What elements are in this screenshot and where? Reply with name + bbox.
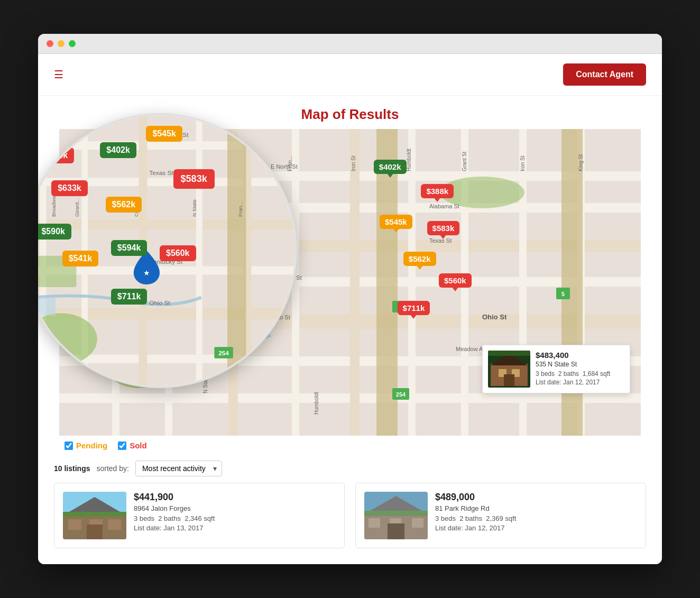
svg-rect-50 [38, 141, 295, 150]
traffic-light-green[interactable] [69, 40, 76, 47]
svg-rect-63 [38, 298, 56, 316]
pending-filter[interactable]: Pending [65, 441, 107, 450]
map-container: E North St Texas St Kentucky St Ohio St … [54, 129, 646, 436]
svg-text:5: 5 [561, 291, 565, 297]
svg-text:★: ★ [143, 269, 150, 277]
listing-popup-image [488, 351, 530, 388]
price-marker-560k-main[interactable]: $560k [439, 273, 472, 288]
listing-card-image-1 [63, 492, 126, 539]
svg-text:Ohio St: Ohio St [482, 313, 507, 321]
svg-rect-64 [227, 115, 246, 386]
listing-card-price-1: $441,900 [134, 492, 215, 503]
circle-marker-583k[interactable]: $583k [173, 169, 215, 189]
circle-marker-541k[interactable]: $541k [62, 251, 99, 266]
svg-rect-52 [38, 219, 295, 230]
svg-rect-12 [350, 129, 360, 436]
listing-card-image-2 [364, 492, 428, 539]
listing-card-details-2: 3 beds 2 baths 2,369 sqft [435, 514, 516, 522]
svg-text:Iron St: Iron St [520, 155, 526, 171]
svg-rect-99 [412, 518, 423, 528]
circle-marker-711k[interactable]: $711k [111, 289, 148, 305]
browser-window: ☰ Contact Agent Map of Results [38, 34, 662, 564]
listing-popup-details: 3 beds 2 baths 1,684 sqft [536, 370, 610, 378]
svg-rect-93 [63, 512, 126, 517]
map-section: Map of Results [54, 106, 646, 450]
sort-dropdown[interactable]: Most recent activity Price: Low to High … [135, 461, 222, 476]
svg-rect-100 [388, 523, 404, 539]
listing-card-address-1: 8964 Jalon Forges [134, 504, 215, 512]
listing-popup-info: $483,400 535 N State St 3 beds 2 baths 1… [536, 351, 610, 388]
pending-checkbox[interactable] [65, 441, 73, 450]
circle-marker-633k[interactable]: $633k [51, 180, 88, 196]
svg-rect-85 [488, 351, 530, 356]
listing-popup-price: $483,400 [536, 351, 610, 360]
svg-text:Alabama St: Alabama St [429, 203, 459, 209]
traffic-light-yellow[interactable] [58, 40, 65, 47]
svg-rect-59 [196, 115, 202, 386]
svg-text:W Holly St: W Holly St [45, 355, 72, 361]
listing-card-date-1: List date: Jan 13, 2017 [134, 524, 215, 532]
circle-marker-402k[interactable]: $402k [100, 142, 136, 158]
sort-dropdown-wrapper[interactable]: Most recent activity Price: Low to High … [135, 461, 222, 476]
listing-card-info-1: $441,900 8964 Jalon Forges 3 beds 2 bath… [134, 492, 215, 539]
svg-rect-13 [408, 129, 416, 436]
circle-marker-560k[interactable]: $560k [160, 245, 196, 261]
sold-filter[interactable]: Sold [118, 441, 147, 450]
listing-popup-address: 535 N State St [536, 361, 610, 368]
listing-card-date-2: List date: Jan 12, 2017 [435, 524, 516, 532]
svg-rect-92 [87, 525, 103, 539]
svg-text:Texas St: Texas St [149, 169, 173, 177]
navbar: ☰ Contact Agent [38, 54, 662, 96]
hamburger-menu-icon[interactable]: ☰ [54, 69, 63, 80]
main-content: Map of Results [38, 96, 662, 564]
circle-marker-590k[interactable]: $590k [38, 224, 71, 240]
svg-text:Ohio St: Ohio St [149, 299, 170, 307]
svg-text:N State: N State [191, 199, 197, 217]
svg-rect-89 [68, 519, 81, 530]
traffic-light-red[interactable] [47, 40, 53, 47]
listing-card-2[interactable]: $489,000 81 Park Ridge Rd 3 beds 2 baths… [355, 483, 646, 548]
price-marker-562k-main[interactable]: $562k [403, 252, 436, 266]
svg-rect-84 [504, 374, 514, 386]
price-marker-545k-main[interactable]: $545k [380, 215, 412, 229]
contact-agent-button[interactable]: Contact Agent [563, 63, 646, 86]
price-marker-583k-main[interactable]: $583k [427, 221, 460, 235]
svg-text:Iron St: Iron St [351, 155, 356, 171]
pending-label: Pending [76, 441, 107, 450]
circle-marker-562k[interactable]: $562k [106, 197, 142, 213]
svg-text:Humboldt: Humboldt [406, 149, 412, 171]
listing-popup-date: List date: Jan 12, 2017 [536, 379, 610, 386]
browser-chrome [38, 34, 662, 54]
circle-marker-545k[interactable]: $545k [146, 126, 182, 142]
listing-card-details-1: 3 beds 2 baths 2,346 sqft [134, 514, 215, 522]
svg-text:Girard...: Girard... [74, 198, 80, 217]
svg-rect-101 [364, 511, 428, 515]
circle-marker-594k[interactable]: $594k [111, 240, 148, 256]
browser-content: ☰ Contact Agent Map of Results [38, 54, 662, 564]
listing-card-address-2: 81 Park Ridge Rd [435, 504, 516, 512]
svg-rect-91 [108, 519, 121, 530]
listing-card-price-2: $489,000 [435, 492, 516, 503]
circle-map-content: E North St Texas St Kentucky St Ohio St … [38, 115, 295, 386]
svg-rect-53 [38, 266, 295, 275]
listing-card[interactable]: $441,900 8964 Jalon Forges 3 beds 2 bath… [54, 483, 345, 548]
svg-text:Fran...: Fran... [237, 202, 243, 217]
svg-text:King St: King St [578, 154, 584, 171]
svg-text:Grant St: Grant St [462, 152, 467, 171]
price-marker-711k-main[interactable]: $711k [398, 301, 430, 315]
sold-checkbox[interactable] [118, 441, 126, 450]
map-circle-overlay: E North St Texas St Kentucky St Ohio St … [38, 113, 297, 388]
sold-label: Sold [130, 441, 147, 450]
listings-count: 10 listings [54, 464, 90, 473]
listing-card-info-2: $489,000 81 Park Ridge Rd 3 beds 2 baths… [435, 492, 516, 539]
sort-label: sorted by: [96, 464, 128, 473]
price-marker-388k[interactable]: $388k [421, 184, 454, 198]
listing-popup[interactable]: $483,400 535 N State St 3 beds 2 baths 1… [482, 345, 630, 393]
svg-text:254: 254 [218, 349, 229, 357]
price-marker-402k-main[interactable]: $402k [374, 160, 407, 174]
svg-rect-97 [369, 518, 380, 528]
listings-grid: $441,900 8964 Jalon Forges 3 beds 2 bath… [54, 483, 646, 548]
sort-row: 10 listings sorted by: Most recent activ… [54, 461, 646, 476]
filter-row: Pending Sold [54, 441, 646, 450]
circle-marker-613k[interactable]: $613k [38, 148, 74, 163]
